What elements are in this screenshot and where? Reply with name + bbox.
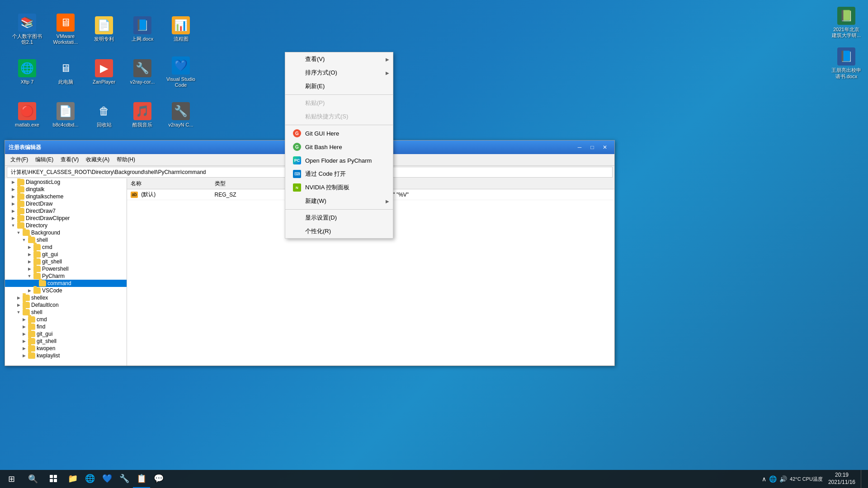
tree-item-background[interactable]: ▼ Background — [5, 229, 127, 236]
taskbar-app-explorer[interactable]: 📁 — [64, 470, 81, 488]
tree-toggle: ▶ — [10, 179, 16, 185]
folder-icon — [39, 280, 46, 286]
maximize-button[interactable]: □ — [586, 142, 598, 152]
icon-vmware[interactable]: 🖥 VMware Workstati... — [47, 9, 84, 50]
icon-v2rayn[interactable]: 🔧 v2rayN C... — [163, 95, 199, 136]
folder-icon — [28, 352, 35, 359]
system-tray: ∧ 🌐 🔊 42°C CPU温度 — [762, 475, 823, 483]
folder-icon-open — [23, 230, 30, 236]
folder-icon — [28, 316, 35, 323]
taskbar-app-edge[interactable]: 🌐 — [81, 470, 99, 488]
folder-icon — [17, 215, 24, 221]
ctx-sort[interactable]: 排序方式(O) ▶ — [285, 66, 393, 80]
arrow-icon: ▶ — [386, 70, 389, 75]
desktop: 📚 个人数字图书 馆2.1 🖥 VMware Workstati... 📄 发明… — [0, 0, 868, 488]
tree-item-powershell[interactable]: ▶ Powershell — [5, 265, 127, 272]
tree-item-kwplaylist[interactable]: ▶ kwplaylist — [5, 352, 127, 359]
icon-matlab[interactable]: 🔴 matlab.exe — [9, 95, 45, 136]
clock[interactable]: 20:19 2021/11/16 — [825, 472, 859, 486]
tray-network[interactable]: 🌐 — [769, 475, 777, 483]
icon-music[interactable]: 🎵 酷我音乐 — [124, 95, 160, 136]
show-desktop-button[interactable] — [861, 470, 864, 488]
tree-item-cmd-bg[interactable]: ▶ cmd — [5, 244, 127, 251]
task-view-button[interactable] — [43, 470, 64, 488]
icon-vscode[interactable]: 💙 Visual Studio Code — [163, 52, 199, 93]
tree-item-pycharm[interactable]: ▼ PyCharm — [5, 272, 127, 280]
taskbar-app-registry[interactable]: 📋 — [133, 470, 150, 488]
tree-item-command[interactable]: command — [5, 280, 127, 287]
menu-help[interactable]: 帮助(H) — [113, 155, 139, 164]
folder-icon — [28, 345, 35, 352]
tree-item-diagnosticlog[interactable]: ▶ DiagnosticLog — [5, 178, 127, 186]
icon-excel-2021[interactable]: 📗 2021年北京建筑大学研... — [829, 5, 863, 41]
folder-icon-open — [17, 222, 24, 229]
folder-icon-open — [28, 237, 35, 243]
menu-favorites[interactable]: 收藏夹(A) — [82, 155, 113, 164]
tree-item-git-shell-bg[interactable]: ▶ git_shell — [5, 258, 127, 265]
icon-shangwang[interactable]: 📘 上网.docx — [124, 9, 160, 50]
search-button[interactable]: 🔍 — [23, 470, 43, 488]
git-gui-icon: G — [292, 129, 302, 138]
icon-photo-book[interactable]: 📚 个人数字图书 馆2.1 — [9, 9, 45, 50]
ctx-open-pycharm[interactable]: PC Open Floder as PyCharm — [285, 154, 393, 167]
tree-item-dingtalk[interactable]: ▶ dingtalk — [5, 186, 127, 193]
menu-view[interactable]: 查看(V) — [57, 155, 82, 164]
ctx-nvidia[interactable]: N NVIDIA 控制面板 — [285, 181, 393, 194]
taskbar-app-wechat[interactable]: 💬 — [150, 470, 167, 488]
taskbar-apps: 📁 🌐 💙 🔧 📋 💬 — [64, 470, 167, 488]
folder-icon-open — [23, 309, 30, 315]
ctx-open-vscode[interactable]: ⌨ 通过 Code 打开 — [285, 167, 393, 181]
desktop-icons-right: 📗 2021年北京建筑大学研... 📘 王朋亮出校申请书.docx — [829, 5, 863, 82]
paste-icon — [292, 99, 302, 108]
folder-icon — [33, 287, 41, 294]
icon-patent[interactable]: 📄 发明专利 — [86, 9, 122, 50]
ctx-display[interactable]: 显示设置(D) — [285, 211, 393, 225]
temp-info: 42°C CPU温度 — [790, 476, 823, 482]
tree-item-git-gui-bg[interactable]: ▶ git_gui — [5, 251, 127, 258]
icon-flowchart[interactable]: 📊 流程图 — [163, 9, 199, 50]
tree-item-shell-dir[interactable]: ▼ shell — [5, 309, 127, 316]
tray-volume[interactable]: 🔊 — [779, 475, 787, 483]
icon-recycle[interactable]: 🗑 回收站 — [86, 95, 122, 136]
tree-item-cmd-dir[interactable]: ▶ cmd — [5, 316, 127, 323]
tree-item-directdrawclipper[interactable]: ▶ DirectDrawClipper — [5, 215, 127, 222]
arrow-icon: ▶ — [386, 199, 389, 204]
icon-mypc[interactable]: 🖥 此电脑 — [47, 52, 84, 93]
folder-icon — [17, 179, 24, 185]
folder-icon — [33, 266, 41, 272]
tree-item-directdraw7[interactable]: ▶ DirectDraw7 — [5, 207, 127, 215]
tree-item-kwopen[interactable]: ▶ kwopen — [5, 345, 127, 352]
icon-word-doc[interactable]: 📘 王朋亮出校申请书.docx — [829, 45, 863, 81]
taskbar-app-pc[interactable]: 💙 — [99, 470, 116, 488]
start-button[interactable]: ⊞ — [0, 470, 23, 488]
registry-tree-panel[interactable]: ▶ DiagnosticLog ▶ dingtalk ▶ dingtalksch… — [5, 178, 127, 366]
menu-edit[interactable]: 编辑(E) — [32, 155, 57, 164]
ctx-new[interactable]: 新建(W) ▶ — [285, 194, 393, 208]
tree-item-dingtalkscheme[interactable]: ▶ dingtalkscheme — [5, 193, 127, 200]
vscode-icon: ⌨ — [292, 169, 302, 178]
tree-item-find[interactable]: ▶ find — [5, 323, 127, 330]
svg-rect-3 — [54, 479, 57, 482]
minimize-button[interactable]: ─ — [574, 142, 585, 152]
menu-file[interactable]: 文件(F) — [7, 155, 32, 164]
tree-item-directdraw[interactable]: ▶ DirectDraw — [5, 200, 127, 207]
ctx-refresh[interactable]: 刷新(E) — [285, 80, 393, 93]
tree-item-git-gui-dir[interactable]: ▶ git_gui — [5, 330, 127, 338]
ctx-git-bash[interactable]: G Git Bash Here — [285, 140, 393, 154]
ctx-git-gui[interactable]: G Git GUI Here — [285, 127, 393, 140]
new-icon — [292, 197, 302, 206]
context-menu: 查看(V) ▶ 排序方式(O) ▶ 刷新(E) 粘贴(P) 粘贴快捷方式(S) … — [285, 52, 393, 239]
tree-item-git-shell-dir[interactable]: ▶ git_shell — [5, 338, 127, 345]
tree-item-shell-bg[interactable]: ▼ shell — [5, 236, 127, 244]
ctx-personalize[interactable]: 个性化(R) — [285, 225, 393, 238]
taskbar-app-pycharm[interactable]: 🔧 — [116, 470, 133, 488]
tray-arrow[interactable]: ∧ — [762, 475, 766, 483]
folder-icon — [17, 186, 24, 192]
icon-zanplayer[interactable]: ▶ ZanPlayer — [86, 52, 122, 93]
ctx-view[interactable]: 查看(V) ▶ — [285, 52, 393, 66]
taskbar-left: ⊞ 🔍 📁 🌐 💙 🔧 📋 💬 — [0, 470, 167, 488]
close-button[interactable]: ✕ — [599, 142, 611, 152]
icon-v2ray-cor[interactable]: 🔧 v2ray-cor... — [124, 52, 160, 93]
icon-xftp[interactable]: 🌐 Xftp 7 — [9, 52, 45, 93]
icon-b8c4[interactable]: 📄 b8c4cdbd... — [47, 95, 84, 136]
